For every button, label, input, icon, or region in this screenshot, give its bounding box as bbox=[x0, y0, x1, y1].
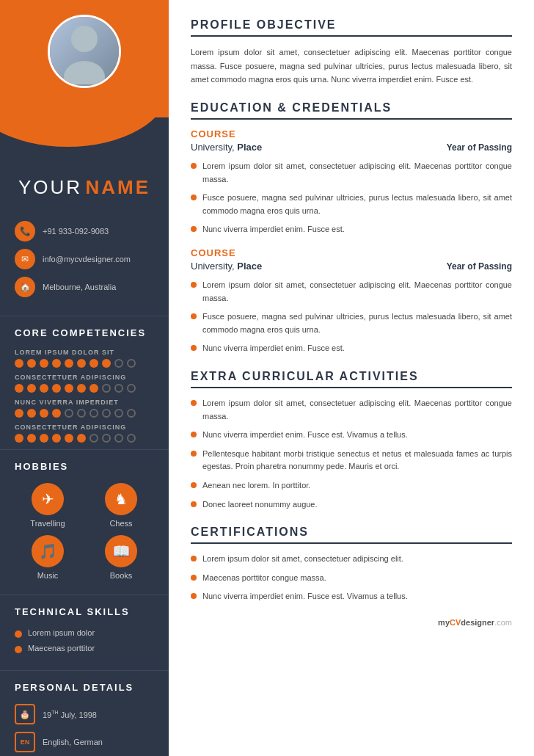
list-item: Fusce posuere, magna sed pulvinar ultric… bbox=[191, 192, 512, 217]
dot-empty bbox=[127, 409, 136, 418]
dot-empty bbox=[127, 434, 136, 443]
bullet-text: Nunc viverra imperdiet enim. Fusce est. … bbox=[202, 590, 408, 603]
phone-text: +91 933-092-9083 bbox=[43, 227, 109, 236]
bullet-dot bbox=[191, 195, 197, 200]
dot bbox=[77, 434, 86, 443]
university-bold-1: University, bbox=[191, 142, 235, 153]
bullet-text: Lorem ipsum dolor sit amet, consectetuer… bbox=[202, 553, 403, 566]
hobby-travelling: ✈ Travelling bbox=[15, 483, 81, 528]
skill-2: Maecenas porttitor bbox=[15, 644, 154, 653]
dot bbox=[27, 384, 36, 393]
profile-text: Lorem ipsum dolor sit amet, consectetuer… bbox=[191, 46, 512, 87]
list-item: Maecenas porttitor congue massa. bbox=[191, 572, 512, 585]
dot-empty bbox=[114, 384, 123, 393]
dob-item: 🎂 19TH July, 1998 bbox=[15, 704, 154, 724]
dot bbox=[40, 359, 48, 368]
bullet-dot bbox=[191, 432, 197, 437]
dot bbox=[77, 359, 86, 368]
contact-section: 📞 +91 933-092-9083 ✉ info@mycvdesigner.c… bbox=[0, 214, 169, 312]
dot bbox=[40, 434, 48, 443]
skill-dot bbox=[15, 646, 22, 653]
bullet-text: Lorem ipsum dolor sit amet, consectetuer… bbox=[202, 160, 512, 186]
dot bbox=[15, 409, 23, 418]
bullet-text: Donec laoreet nonummy augue. bbox=[202, 498, 318, 512]
bullet-dot bbox=[191, 345, 197, 351]
bullet-text: Maecenas porttitor congue massa. bbox=[202, 572, 326, 585]
name-display: YOUR NAME bbox=[7, 176, 161, 199]
competency-2-dots bbox=[15, 384, 154, 393]
dot bbox=[65, 359, 73, 368]
sidebar: YOUR NAME 📞 +91 933-092-9083 ✉ info@mycv… bbox=[0, 0, 169, 756]
competency-1: LOREM IPSUM DOLOR SIT bbox=[0, 346, 169, 371]
list-item: Nunc viverra imperdiet enim. Fusce est. bbox=[191, 342, 512, 355]
certifications-bullets: Lorem ipsum dolor sit amet, consectetuer… bbox=[191, 553, 512, 603]
brand-com: .com bbox=[494, 618, 512, 627]
extra-curricular-heading: EXTRA CURRICULAR ACTIVITIES bbox=[191, 370, 512, 388]
books-icon: 📖 bbox=[105, 535, 137, 567]
hobby-music-label: Music bbox=[37, 571, 59, 580]
bullet-dot bbox=[191, 593, 197, 599]
name-first: YOUR bbox=[18, 176, 82, 198]
dot bbox=[15, 384, 23, 393]
bullet-dot bbox=[191, 163, 197, 169]
skill-2-text: Maecenas porttitor bbox=[28, 644, 95, 653]
hobby-books-label: Books bbox=[110, 571, 133, 580]
edu-bullets-2: Lorem ipsum dolor sit amet, consectetuer… bbox=[191, 279, 512, 355]
language-icon: EN bbox=[15, 732, 35, 752]
edu-block-2: COURSE University, Place Year of Passing… bbox=[191, 247, 512, 355]
brand-designer: designer bbox=[461, 618, 494, 627]
dot bbox=[15, 434, 23, 443]
skill-1-text: Lorem ipsum dolor bbox=[28, 628, 95, 637]
dot bbox=[52, 384, 61, 393]
skill-dot bbox=[15, 630, 22, 638]
technical-skills-title: TECHNICAL SKILLS bbox=[0, 595, 169, 625]
extra-curricular-bullets: Lorem ipsum dolor sit amet, consectetuer… bbox=[191, 397, 512, 511]
dot bbox=[77, 384, 86, 393]
year-2: Year of Passing bbox=[447, 261, 512, 272]
list-item: Lorem ipsum dolor sit amet, consectetuer… bbox=[191, 279, 512, 305]
dot-empty bbox=[89, 434, 98, 443]
certifications-heading: CERTIFICATIONS bbox=[191, 526, 512, 544]
dot bbox=[52, 359, 61, 368]
bullet-dot bbox=[191, 226, 197, 232]
dot-empty bbox=[114, 359, 123, 368]
dot bbox=[52, 434, 61, 443]
hobby-travelling-label: Travelling bbox=[30, 519, 65, 528]
dot bbox=[52, 409, 61, 418]
edu-bullets-1: Lorem ipsum dolor sit amet, consectetuer… bbox=[191, 160, 512, 236]
hobby-music: 🎵 Music bbox=[15, 535, 81, 580]
university-1: University, Place bbox=[191, 142, 262, 153]
bullet-dot bbox=[191, 451, 197, 457]
bullet-text: Nunc viverra imperdiet enim. Fusce est. bbox=[202, 342, 345, 355]
dob-icon: 🎂 bbox=[15, 704, 35, 724]
dot bbox=[89, 359, 98, 368]
dot-empty bbox=[102, 409, 111, 418]
sidebar-header-bg bbox=[0, 0, 169, 117]
personal-details-section: 🎂 19TH July, 1998 EN English, German bbox=[0, 700, 169, 756]
competency-2: CONSECTETUER ADIPISCING bbox=[0, 371, 169, 396]
list-item: Nunc viverra imperdiet enim. Fusce est. bbox=[191, 223, 512, 236]
dot-empty bbox=[102, 384, 111, 393]
dot-empty bbox=[127, 384, 136, 393]
competency-1-dots bbox=[15, 359, 154, 368]
chess-icon: ♞ bbox=[105, 483, 137, 515]
svg-point-0 bbox=[71, 26, 98, 52]
technical-skills-list: Lorem ipsum dolor Maecenas porttitor bbox=[0, 625, 169, 666]
course-label-1: COURSE bbox=[191, 128, 512, 139]
bullet-text: Pellentesque habitant morbi tristique se… bbox=[202, 448, 512, 473]
edu-row-1: University, Place Year of Passing bbox=[191, 142, 512, 153]
competency-2-label: CONSECTETUER ADIPISCING bbox=[15, 374, 154, 381]
list-item: Lorem ipsum dolor sit amet, consectetuer… bbox=[191, 397, 512, 423]
hobby-chess: ♞ Chess bbox=[88, 483, 154, 528]
certifications-section: CERTIFICATIONS Lorem ipsum dolor sit ame… bbox=[191, 526, 512, 603]
avatar bbox=[48, 15, 121, 88]
dob-text: 19TH July, 1998 bbox=[43, 710, 97, 719]
extra-curricular-section: EXTRA CURRICULAR ACTIVITIES Lorem ipsum … bbox=[191, 370, 512, 511]
education-heading: EDUCATION & CREDENTIALS bbox=[191, 101, 512, 120]
education-section: EDUCATION & CREDENTIALS COURSE Universit… bbox=[191, 101, 512, 355]
dot bbox=[89, 384, 98, 393]
list-item: Nunc viverra imperdiet enim. Fusce est. … bbox=[191, 590, 512, 603]
dot-empty bbox=[114, 434, 123, 443]
dot bbox=[40, 384, 48, 393]
bullet-text: Aenean nec lorem. In porttitor. bbox=[202, 479, 310, 493]
